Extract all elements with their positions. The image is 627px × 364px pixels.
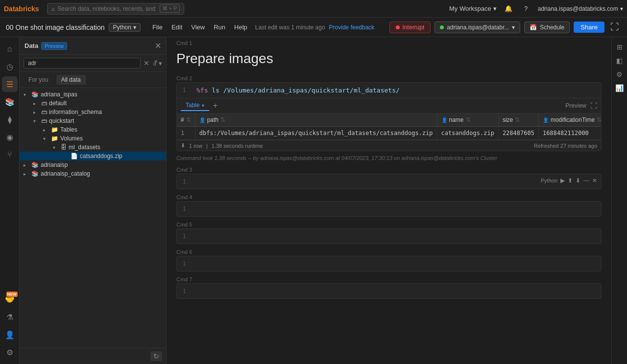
interrupt-dot xyxy=(396,25,400,29)
filter-button[interactable]: ⚦ ▾ xyxy=(152,60,162,67)
tree-node-adrianaisp[interactable]: ▸ 📚 adrianaisp xyxy=(20,160,166,169)
notebook-bar: 00 One shot image classification Python … xyxy=(0,18,627,37)
tree-node-default[interactable]: ▸ 🗃 default xyxy=(20,99,166,108)
col-sort-icon[interactable]: ⇅ xyxy=(466,116,471,123)
refreshed-label: Refreshed 27 minutes ago xyxy=(534,143,597,149)
col-sort-icon[interactable]: ⇅ xyxy=(186,116,191,123)
tab-table[interactable]: Table ▾ xyxy=(181,100,209,111)
catalog-icon: 📚 xyxy=(31,161,39,168)
data-search-input[interactable] xyxy=(24,58,141,68)
sidebar-item-recent[interactable]: ◷ xyxy=(2,59,18,74)
col-sort-icon[interactable]: ⇅ xyxy=(515,116,520,123)
edit-menu[interactable]: Edit xyxy=(168,22,186,33)
tree-node-adrianaisp-catalog[interactable]: ▸ 📚 adrianaisp_catalog xyxy=(20,169,166,178)
run-menu[interactable]: Run xyxy=(210,22,229,33)
cluster-user-dropdown[interactable]: adriana.ispas@databr... ▾ xyxy=(434,22,520,33)
sidebar-item-compute[interactable]: ◉ xyxy=(2,129,18,145)
search-bar[interactable]: ⌕ ⌘ + P xyxy=(47,3,184,15)
panel-expand-button[interactable]: ↻ xyxy=(150,351,162,361)
help-icon[interactable]: ? xyxy=(520,3,532,15)
run-button[interactable]: ▶ xyxy=(560,177,565,184)
run-below-button[interactable]: ⬇ xyxy=(576,177,580,184)
cell-5-content: 1 xyxy=(177,229,601,244)
tree-node-information-schema[interactable]: ▸ 🗃 information_schema xyxy=(20,108,166,116)
sidebar-item-experiments[interactable]: ⚗ xyxy=(2,309,18,325)
tree-node-tables[interactable]: ▸ 📁 Tables xyxy=(20,125,166,134)
tab-all-data[interactable]: All data xyxy=(56,75,86,85)
tree-label: quickstart xyxy=(49,117,162,124)
tree-node-volumes[interactable]: ▾ 📁 Volumes xyxy=(20,134,166,143)
language-selector[interactable]: Python ▾ xyxy=(109,23,141,32)
sidebar-item-settings[interactable]: ⚙ xyxy=(2,344,18,360)
tree-node-quickstart[interactable]: ▾ 🗃 quickstart xyxy=(20,116,166,125)
interrupt-button[interactable]: Interrupt xyxy=(389,22,431,33)
data-panel: Data Preview ✕ ✕ ⚦ ▾ For you All data ▾ … xyxy=(20,37,167,364)
close-icon[interactable]: ✕ xyxy=(155,41,161,50)
chevron-down-icon: ▾ xyxy=(24,92,29,97)
sidebar-item-people[interactable]: 👤 xyxy=(2,327,18,342)
data-panel-title: Data xyxy=(24,42,38,49)
table-footer: ⬇ 1 row | 1.38 seconds runtime Refreshed… xyxy=(177,140,601,151)
tree-node-adriana-ispas[interactable]: ▾ 📚 adriana_ispas xyxy=(20,90,166,99)
share-button[interactable]: Share xyxy=(574,22,604,33)
notebook-area: Cmd 1 Prepare images Cmd 2 1 %fs ls /Vol… xyxy=(167,37,611,364)
close-cell-button[interactable]: ✕ xyxy=(592,177,597,184)
sidebar-item-workflows[interactable]: ⧫ xyxy=(2,112,18,127)
help-menu[interactable]: Help xyxy=(230,22,251,33)
sidebar-item-data[interactable]: ☰ xyxy=(2,76,18,92)
workspace-dropdown[interactable]: My Workspace ▾ xyxy=(449,5,497,12)
chevron-right-icon: ▸ xyxy=(24,171,29,177)
run-above-button[interactable]: ⬆ xyxy=(568,177,573,184)
expand-button[interactable]: ⛶ xyxy=(608,20,621,34)
cell-name: catsanddogs.zip xyxy=(437,127,498,140)
download-icon[interactable]: ⬇ xyxy=(181,142,185,149)
search-input[interactable] xyxy=(58,5,157,12)
right-sidebar-icon-4[interactable]: 📊 xyxy=(614,82,626,94)
cluster-user-label: adriana.ispas@databr... xyxy=(447,24,509,31)
tree-node-ml-datasets[interactable]: ▾ 🗄 ml_datasets xyxy=(20,143,166,152)
right-sidebar-icon-3[interactable]: ⚙ xyxy=(614,68,626,80)
expand-output-icon[interactable]: ⛶ xyxy=(590,102,597,110)
search-icon: ⌕ xyxy=(51,5,55,12)
add-output-tab[interactable]: + xyxy=(213,101,217,110)
sidebar-item-new[interactable]: 🤝NEW xyxy=(2,292,18,307)
tree-node-catsanddogs[interactable]: 📄 catsanddogs.zip xyxy=(20,152,166,160)
notebook-heading: Prepare images xyxy=(176,51,602,67)
tree-label: ml_datasets xyxy=(69,144,162,151)
view-menu[interactable]: View xyxy=(187,22,209,33)
search-clear-icon[interactable]: ✕ xyxy=(144,59,149,67)
right-sidebar-icon-2[interactable]: ◧ xyxy=(614,55,626,67)
schedule-button[interactable]: 📅 Schedule xyxy=(524,22,570,33)
cell-7: 1 xyxy=(176,283,602,299)
output-tabs: Table ▾ + Preview ⛶ xyxy=(177,98,601,114)
last-edit-label[interactable]: Last edit was 1 minute ago xyxy=(255,24,325,31)
notifications-icon[interactable]: 🔔 xyxy=(503,3,514,15)
feedback-link[interactable]: Provide feedback xyxy=(329,24,375,31)
col-sort-icon[interactable]: ⇅ xyxy=(220,116,225,123)
person-col-icon: 👤 xyxy=(199,117,205,123)
cell-row-num: 1 xyxy=(177,127,195,140)
cell-options-button[interactable]: — xyxy=(583,177,589,184)
preview-link[interactable]: Preview xyxy=(565,102,586,109)
col-label: name xyxy=(449,116,464,123)
tab-for-you[interactable]: For you xyxy=(24,75,53,85)
right-sidebar-icon-1[interactable]: ⊞ xyxy=(614,41,626,53)
sidebar-item-home[interactable]: ⌂ xyxy=(2,41,18,57)
schema-icon: 🗃 xyxy=(41,100,47,107)
catalog-icon: 📚 xyxy=(31,91,39,98)
cell-2-output: Table ▾ + Preview ⛶ # xyxy=(177,98,601,151)
data-panel-search-bar: ✕ ⚦ ▾ xyxy=(20,55,166,72)
cmd-4-label: Cmd 4 xyxy=(176,191,602,201)
cell-4: 1 xyxy=(176,201,602,217)
search-shortcut: ⌘ + P xyxy=(160,4,180,13)
line-number: 1 xyxy=(183,87,191,94)
cell-2: 1 %fs ls /Volumes/adriana_ispas/quicksta… xyxy=(176,82,602,151)
cell-path: dbfs:/Volumes/adriana_ispas/quickstart/m… xyxy=(195,127,437,140)
sidebar-item-catalog[interactable]: 📚 xyxy=(2,94,18,110)
sidebar-item-git[interactable]: ⑂ xyxy=(2,147,18,162)
cmd-2-label: Cmd 2 xyxy=(176,72,602,82)
user-menu[interactable]: adriana.ispas@databricks.com ▾ xyxy=(538,5,623,12)
file-menu[interactable]: File xyxy=(148,22,167,33)
col-sort-icon[interactable]: ⇅ xyxy=(597,116,601,123)
col-label: size xyxy=(503,116,513,123)
